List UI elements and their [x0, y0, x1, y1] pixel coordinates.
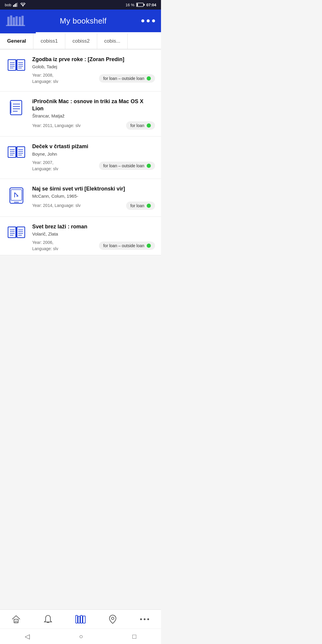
- list-item[interactable]: Svet brez laži : roman Volarič, Zlata Ye…: [0, 217, 161, 255]
- status-dot-5: [147, 244, 151, 248]
- tab-general[interactable]: General: [0, 33, 33, 49]
- dot-1: [141, 19, 144, 22]
- tab-cobiss3[interactable]: cobis...: [97, 33, 128, 49]
- book-title-5: Svet brez laži : roman: [32, 223, 155, 230]
- book-info-1: Zgodba iz prve roke : [Zoran Predin] Gol…: [32, 56, 155, 85]
- battery-icon: [136, 3, 145, 7]
- status-dot-3: [147, 164, 151, 168]
- status-right: 16 % 07:04: [126, 3, 156, 7]
- status-bar: bob 16 % 07:04: [0, 0, 161, 10]
- book-author-4: McCann, Colum, 1965-: [32, 193, 155, 199]
- svg-rect-45: [11, 190, 22, 200]
- book-meta-row-3: Year: 2007,Language: slv for loan – outs…: [32, 160, 155, 172]
- svg-rect-52: [17, 227, 25, 238]
- list-item[interactable]: Zgodba iz prve roke : [Zoran Predin] Gol…: [0, 49, 161, 92]
- svg-rect-11: [13, 17, 15, 25]
- svg-rect-33: [8, 147, 16, 157]
- status-badge-2: for loan: [126, 121, 155, 130]
- status-user: bob: [5, 3, 11, 7]
- status-dot-1: [147, 76, 151, 80]
- status-text-5: for loan – outside loan: [103, 243, 144, 248]
- tablet-icon: [7, 187, 25, 205]
- open-book-icon: [7, 57, 25, 73]
- app-header: My bookshelf: [0, 10, 161, 32]
- book-title-1: Zgodba iz prve roke : [Zoran Predin]: [32, 56, 155, 63]
- svg-rect-16: [17, 60, 25, 70]
- status-dot-2: [147, 123, 151, 128]
- status-text-2: for loan: [130, 123, 144, 128]
- svg-rect-12: [16, 16, 18, 25]
- status-badge-5: for loan – outside loan: [99, 242, 155, 250]
- header-menu-dots[interactable]: [141, 19, 155, 22]
- status-text-3: for loan – outside loan: [103, 163, 144, 168]
- book-author-1: Golob, Tadej: [32, 64, 155, 69]
- tabs-container: General cobiss1 cobiss2 cobis...: [0, 32, 161, 49]
- wifi-icon: [20, 3, 26, 7]
- status-text-4: for loan: [130, 203, 144, 208]
- book-meta-row-4: Year: 2014, Language: slv for loan: [32, 202, 155, 210]
- book-icon-1: [6, 56, 27, 73]
- book-info-3: Deček v črtasti pižami Boyne, John Year:…: [32, 143, 155, 172]
- book-meta-row-1: Year: 2008,Language: slv for loan – outs…: [32, 72, 155, 85]
- list-item[interactable]: Naj se širni svet vrti [Elektronski vir]…: [0, 179, 161, 217]
- open-book-icon-2: [7, 144, 25, 160]
- svg-rect-2: [16, 3, 16, 7]
- status-badge-3: for loan – outside loan: [99, 162, 155, 170]
- svg-line-49: [15, 193, 18, 196]
- svg-rect-13: [19, 17, 21, 25]
- svg-rect-1: [14, 4, 15, 7]
- book-info-4: Naj se širni svet vrti [Elektronski vir]…: [32, 185, 155, 210]
- book-meta-3: Year: 2007,Language: slv: [32, 160, 58, 172]
- header-logo: [6, 14, 25, 28]
- svg-rect-6: [144, 4, 145, 6]
- book-icon-2: [6, 98, 27, 116]
- status-text-1: for loan – outside loan: [103, 76, 144, 81]
- book-icon-3: [6, 143, 27, 160]
- svg-rect-31: [9, 102, 11, 114]
- book-list: Zgodba iz prve roke : [Zoran Predin] Gol…: [0, 49, 161, 255]
- svg-rect-3: [17, 3, 18, 7]
- book-title-4: Naj se širni svet vrti [Elektronski vir]: [32, 185, 155, 192]
- page-title: My bookshelf: [60, 16, 107, 26]
- book-author-3: Boyne, John: [32, 151, 155, 157]
- svg-rect-14: [21, 16, 24, 26]
- open-book-icon-3: [7, 225, 25, 240]
- book-author-5: Volarič, Zlata: [32, 231, 155, 236]
- battery-level: 16 %: [126, 3, 134, 7]
- book-info-2: iPriročnik Mac : osnove in triki za Mac …: [32, 98, 155, 130]
- svg-rect-34: [17, 147, 25, 157]
- book-info-5: Svet brez laži : roman Volarič, Zlata Ye…: [32, 223, 155, 252]
- svg-rect-10: [10, 16, 12, 26]
- dot-2: [147, 19, 150, 22]
- book-title-2: iPriročnik Mac : osnove in triki za Mac …: [32, 98, 155, 112]
- book-meta-row-5: Year: 2006,Language: slv for loan – outs…: [32, 239, 155, 252]
- svg-rect-0: [13, 5, 14, 7]
- svg-rect-44: [10, 188, 23, 203]
- book-meta-4: Year: 2014, Language: slv: [32, 202, 80, 209]
- dot-3: [152, 19, 155, 22]
- list-item[interactable]: Deček v črtasti pižami Boyne, John Year:…: [0, 137, 161, 179]
- tab-cobiss1[interactable]: cobiss1: [33, 33, 65, 49]
- signal-icon: [13, 3, 18, 7]
- list-item[interactable]: iPriročnik Mac : osnove in triki za Mac …: [0, 92, 161, 137]
- svg-rect-51: [8, 227, 16, 238]
- status-dot-4: [147, 204, 151, 208]
- book-meta-5: Year: 2006,Language: slv: [32, 239, 58, 252]
- book-author-2: Štrancar, Matjaž: [32, 113, 155, 118]
- svg-point-4: [22, 6, 23, 7]
- book-icon-5: [6, 223, 27, 240]
- svg-rect-7: [137, 4, 138, 6]
- status-left: bob: [5, 3, 26, 7]
- book-title-3: Deček v črtasti pižami: [32, 143, 155, 150]
- status-badge-1: for loan – outside loan: [99, 74, 155, 83]
- book-meta-2: Year: 2011, Language: slv: [32, 123, 80, 129]
- svg-rect-15: [8, 60, 16, 70]
- tab-cobiss2[interactable]: cobiss2: [65, 33, 97, 49]
- library-logo-icon: [6, 14, 25, 28]
- svg-rect-9: [7, 17, 10, 25]
- tabs-row: General cobiss1 cobiss2 cobis...: [0, 33, 161, 49]
- status-badge-4: for loan: [126, 202, 155, 210]
- svg-rect-26: [10, 100, 22, 115]
- status-time: 07:04: [146, 3, 156, 7]
- book-meta-1: Year: 2008,Language: slv: [32, 72, 58, 85]
